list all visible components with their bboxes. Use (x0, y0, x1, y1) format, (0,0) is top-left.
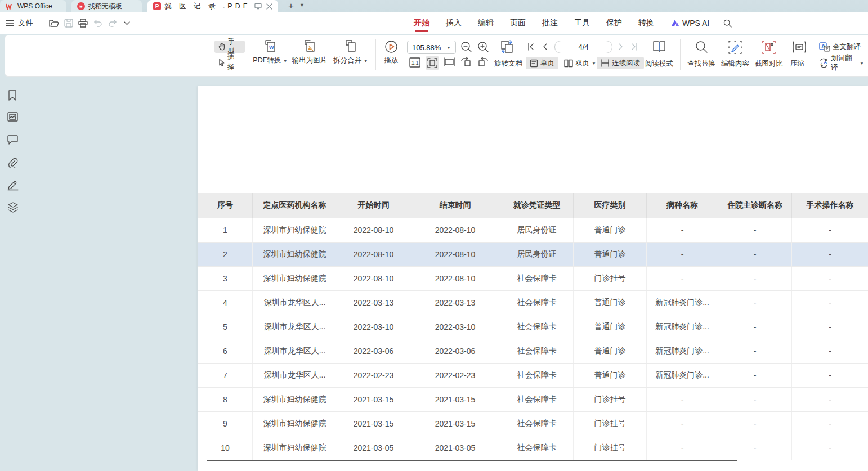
table-cell: 7 (198, 364, 253, 387)
table-cell: 居民身份证 (500, 218, 574, 242)
table-cell: - (647, 436, 718, 460)
file-menu-button[interactable]: 文件 (18, 18, 33, 28)
undo-icon[interactable] (92, 18, 103, 29)
edit-content-icon[interactable] (728, 41, 742, 54)
table-cell: 普通门诊 (574, 339, 647, 363)
hand-icon (218, 43, 225, 51)
tab-protect[interactable]: 保护 (606, 12, 622, 34)
tab-convert[interactable]: 转换 (638, 12, 654, 34)
first-page-icon[interactable] (527, 43, 535, 51)
word-translate-button[interactable]: A 文 划词翻译 ▼ (815, 57, 868, 69)
actual-size-icon[interactable]: 1:1 (409, 57, 420, 68)
compress-icon[interactable] (792, 41, 807, 53)
wps-ai-button[interactable]: WPS AI (670, 19, 709, 28)
tab-docer-templates[interactable]: ❧ 找稻壳模板 (71, 0, 142, 12)
rotate-right-icon[interactable] (477, 57, 489, 67)
compress-label[interactable]: 压缩 (790, 59, 804, 69)
select-tool-button[interactable]: 选择 (214, 56, 245, 69)
play-button[interactable]: 播放 (381, 39, 402, 65)
tab-home-ribbon[interactable]: 开始 (414, 12, 429, 34)
print-icon[interactable] (78, 18, 88, 29)
open-file-icon[interactable] (48, 18, 59, 29)
screenshot-compare-label[interactable]: 截图对比 (755, 59, 783, 69)
pdf-convert-icon: W (263, 39, 278, 54)
thumbnail-icon[interactable] (7, 112, 19, 123)
single-page-button[interactable]: 单页 (526, 57, 558, 69)
comment-icon[interactable] (7, 135, 19, 146)
ribbon-search-icon[interactable] (723, 19, 732, 28)
table-cell: 深圳市妇幼保健院 (253, 243, 337, 266)
rotate-doc-label[interactable]: 旋转文档 (494, 59, 522, 69)
swap-pages-icon[interactable] (500, 39, 515, 54)
fit-page-icon[interactable] (426, 56, 439, 70)
tab-document[interactable]: P 就 医 记 录 .PDF (147, 0, 278, 12)
table-cell: - (792, 218, 868, 242)
tab-insert[interactable]: 插入 (446, 12, 462, 34)
screenshot-compare-icon[interactable] (762, 41, 776, 54)
monitor-icon[interactable] (254, 3, 262, 10)
table-cell: 2022-08-10 (410, 243, 500, 266)
table-cell: 2022-03-10 (410, 315, 500, 339)
read-mode-icon[interactable] (652, 40, 666, 53)
next-page-icon[interactable] (618, 43, 624, 51)
prev-page-icon[interactable] (542, 43, 548, 51)
page-indicator-input[interactable]: 4/4 (554, 41, 612, 53)
hamburger-menu-icon[interactable] (6, 20, 14, 26)
edit-content-label[interactable]: 编辑内容 (721, 59, 749, 69)
tab-annotate[interactable]: 批注 (542, 12, 558, 34)
tab-label: WPS Office (17, 2, 52, 10)
table-row: 1深圳市妇幼保健院2022-08-102022-08-10居民身份证普通门诊--… (198, 218, 868, 242)
table-cell: 社会保障卡 (500, 267, 574, 290)
find-replace-icon[interactable] (695, 41, 708, 53)
table-cell: 2022-03-06 (410, 339, 500, 363)
last-page-icon[interactable] (630, 43, 638, 51)
pdf-convert-button[interactable]: W PDF转换 ▼ (252, 39, 288, 65)
rotate-left-icon[interactable] (460, 57, 472, 67)
fit-width-icon[interactable] (444, 57, 455, 66)
table-cell: - (718, 243, 792, 266)
table-cell: - (647, 243, 718, 266)
continuous-read-button[interactable]: 连续阅读 (597, 57, 644, 69)
svg-text:1:1: 1:1 (411, 60, 419, 66)
tab-tools[interactable]: 工具 (574, 12, 590, 34)
table-cell: - (718, 412, 792, 436)
window-tab-bar: WPS Office ❧ 找稻壳模板 P 就 医 记 录 .PDF + ▼ (0, 0, 868, 12)
quickbar-chevron-icon[interactable] (122, 18, 132, 29)
double-page-button[interactable]: 双页 ▼ (560, 57, 600, 69)
zoom-in-icon[interactable] (477, 41, 489, 53)
hand-tool-button[interactable]: 手型 (214, 41, 245, 53)
new-tab-button[interactable]: + (285, 1, 297, 12)
attachment-icon[interactable] (7, 158, 19, 169)
bookmark-icon[interactable] (7, 90, 19, 101)
pdf-file-icon: P (153, 2, 161, 10)
close-tab-icon[interactable] (266, 3, 272, 10)
table-cell: - (718, 267, 792, 290)
read-mode-label[interactable]: 阅读模式 (645, 59, 673, 69)
full-translate-button[interactable]: A 全文翻译 (815, 41, 865, 53)
pdf-page[interactable]: 序号定点医药机构名称开始时间结束时间就诊凭证类型医疗类别病种名称住院主诊断名称手… (198, 86, 868, 471)
table-cell: - (647, 412, 718, 436)
table-cell: 深圳市龙华区人... (253, 339, 337, 363)
full-translate-icon: A (819, 42, 830, 52)
tab-edit[interactable]: 编辑 (478, 12, 494, 34)
zoom-out-icon[interactable] (460, 41, 472, 53)
zoom-level-select[interactable]: 105.88%▼ (407, 41, 456, 54)
split-merge-button[interactable]: 拆分合并 ▼ (331, 39, 370, 65)
table-cell: - (718, 364, 792, 387)
table-cell: - (718, 315, 792, 339)
save-icon[interactable] (63, 18, 74, 29)
tab-list-chevron-icon[interactable]: ▼ (299, 2, 305, 8)
export-image-button[interactable]: 输出为图片 (289, 39, 330, 65)
layers-icon[interactable] (7, 202, 19, 213)
table-header-cell: 医疗类别 (574, 193, 647, 218)
find-replace-label[interactable]: 查找替换 (687, 59, 715, 69)
tab-wps-office[interactable]: WPS Office (0, 0, 66, 12)
redo-icon[interactable] (107, 18, 118, 29)
table-row: 2深圳市妇幼保健院2022-08-102022-08-10居民身份证普通门诊--… (198, 242, 868, 266)
table-cell: 深圳市龙华区人... (253, 364, 337, 387)
table-cell: 2021-03-15 (337, 412, 410, 436)
table-row: 3深圳市妇幼保健院2022-08-102022-08-10社会保障卡门诊挂号--… (198, 266, 868, 290)
tab-page[interactable]: 页面 (510, 12, 526, 34)
signature-pen-icon[interactable] (7, 180, 19, 191)
svg-text:W: W (269, 44, 274, 50)
